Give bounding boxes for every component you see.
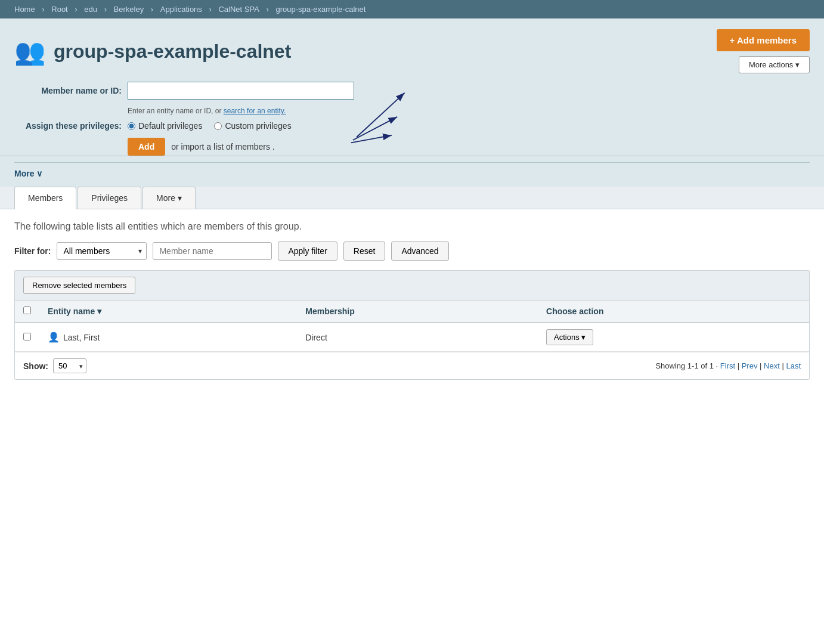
breadcrumb-root[interactable]: Root [51, 5, 67, 14]
import-text: or import a list of members . [171, 142, 275, 151]
main-content: The following table lists all entities w… [0, 209, 824, 392]
breadcrumb-current: group-spa-example-calnet [275, 5, 365, 14]
more-actions-button[interactable]: More actions ▾ [739, 56, 810, 73]
group-icon: 👥 [14, 37, 45, 66]
more-section: More ∨ [0, 156, 824, 187]
custom-privileges-label: Custom privileges [225, 121, 291, 131]
assign-privileges-label: Assign these privileges: [14, 121, 122, 131]
filter-select-wrapper: All members Direct members Indirect memb… [57, 242, 147, 260]
form-hint: Enter an entity name or ID, or search fo… [128, 107, 810, 115]
divider [14, 162, 810, 163]
remove-selected-button[interactable]: Remove selected members [23, 277, 135, 294]
filter-label: Filter for: [14, 246, 51, 256]
filter-select[interactable]: All members Direct members Indirect memb… [57, 242, 147, 260]
showing-text: Showing 1-1 of 1 · [655, 361, 720, 370]
membership-value: Direct [305, 333, 327, 342]
add-action-row: Add or import a list of members . [128, 138, 810, 156]
group-header: 👥 group-spa-example-calnet [14, 37, 291, 66]
search-entity-link[interactable]: search for an entity. [224, 107, 286, 115]
breadcrumb-edu[interactable]: edu [84, 5, 97, 14]
tab-more-label: More [156, 193, 175, 203]
show-label: Show: [23, 361, 48, 371]
members-table-container: Remove selected members Entity name ▾ Me… [14, 270, 810, 380]
action-cell: Actions ▾ [538, 323, 809, 352]
default-privileges-radio[interactable] [128, 122, 135, 130]
tab-more[interactable]: More ▾ [143, 187, 196, 209]
show-select-wrap: 10 25 50 100 [53, 358, 86, 373]
table-description: The following table lists all entities w… [14, 221, 810, 232]
members-table: Entity name ▾ Membership Choose action [15, 301, 809, 352]
privileges-row: Assign these privileges: Default privile… [14, 121, 810, 131]
apply-filter-button[interactable]: Apply filter [278, 242, 337, 261]
filter-name-input[interactable] [153, 242, 272, 260]
entity-name-value: Last, First [63, 333, 100, 342]
tab-members[interactable]: Members [14, 187, 76, 209]
show-select[interactable]: 10 25 50 100 [53, 358, 86, 373]
last-page-link[interactable]: Last [786, 361, 801, 370]
advanced-button[interactable]: Advanced [391, 242, 448, 261]
select-all-header [15, 301, 39, 323]
separator2: | [760, 361, 764, 370]
table-header-row: Entity name ▾ Membership Choose action [15, 301, 809, 323]
choose-action-header: Choose action [538, 301, 809, 323]
member-name-input[interactable] [128, 82, 354, 100]
custom-privileges-option[interactable]: Custom privileges [214, 121, 291, 131]
add-members-button[interactable]: + Add members [717, 29, 810, 51]
separator1: | [738, 361, 742, 370]
chevron-down-icon: ▾ [178, 193, 182, 203]
tabs-bar: Members Privileges More ▾ [0, 187, 824, 209]
next-page-link[interactable]: Next [764, 361, 780, 370]
choose-action-header-label: Choose action [546, 306, 603, 316]
chevron-down-icon: ∨ [36, 169, 42, 178]
breadcrumb-applications[interactable]: Applications [160, 5, 202, 14]
reset-button[interactable]: Reset [343, 242, 386, 261]
add-member-form: Member name or ID: Enter an entity name … [14, 82, 810, 156]
member-name-row: Member name or ID: [14, 82, 810, 100]
row-checkbox[interactable] [23, 333, 31, 340]
show-select-wrapper: Show: 10 25 50 100 [23, 358, 86, 373]
breadcrumb-berkeley[interactable]: Berkeley [114, 5, 144, 14]
entity-name-header[interactable]: Entity name ▾ [39, 301, 297, 323]
add-button[interactable]: Add [128, 138, 165, 156]
breadcrumb-home[interactable]: Home [14, 5, 35, 14]
pagination-info: Showing 1-1 of 1 · First | Prev | Next |… [655, 361, 801, 370]
breadcrumb-calnet-spa[interactable]: CalNet SPA [218, 5, 259, 14]
actions-button[interactable]: Actions ▾ [546, 329, 593, 345]
members-table-body: 👤 Last, First Direct Actions ▾ [15, 323, 809, 352]
filter-row: Filter for: All members Direct members I… [14, 242, 810, 261]
more-toggle[interactable]: More ∨ [14, 169, 42, 178]
custom-privileges-radio[interactable] [214, 122, 222, 130]
membership-header-label: Membership [305, 306, 354, 316]
membership-cell: Direct [297, 323, 538, 352]
default-privileges-label: Default privileges [138, 121, 202, 131]
first-page-link[interactable]: First [720, 361, 735, 370]
person-icon: 👤 [48, 332, 60, 343]
privileges-options: Default privileges Custom privileges [128, 121, 292, 131]
pagination-row: Show: 10 25 50 100 Showing 1-1 of 1 · Fi… [15, 352, 809, 379]
table-toolbar: Remove selected members [15, 271, 809, 301]
entity-name-header-label: Entity name ▾ [48, 306, 101, 316]
table-row: 👤 Last, First Direct Actions ▾ [15, 323, 809, 352]
default-privileges-option[interactable]: Default privileges [128, 121, 202, 131]
membership-header: Membership [297, 301, 538, 323]
breadcrumb: Home › Root › edu › Berkeley › Applicati… [0, 0, 824, 18]
entity-name-cell: 👤 Last, First [39, 323, 297, 352]
row-checkbox-cell [15, 323, 39, 352]
header-actions: + Add members More actions ▾ [717, 29, 810, 73]
page-title: group-spa-example-calnet [54, 41, 291, 63]
member-name-label: Member name or ID: [14, 86, 122, 95]
tab-privileges[interactable]: Privileges [78, 187, 141, 209]
select-all-checkbox[interactable] [23, 306, 31, 314]
prev-page-link[interactable]: Prev [742, 361, 758, 370]
